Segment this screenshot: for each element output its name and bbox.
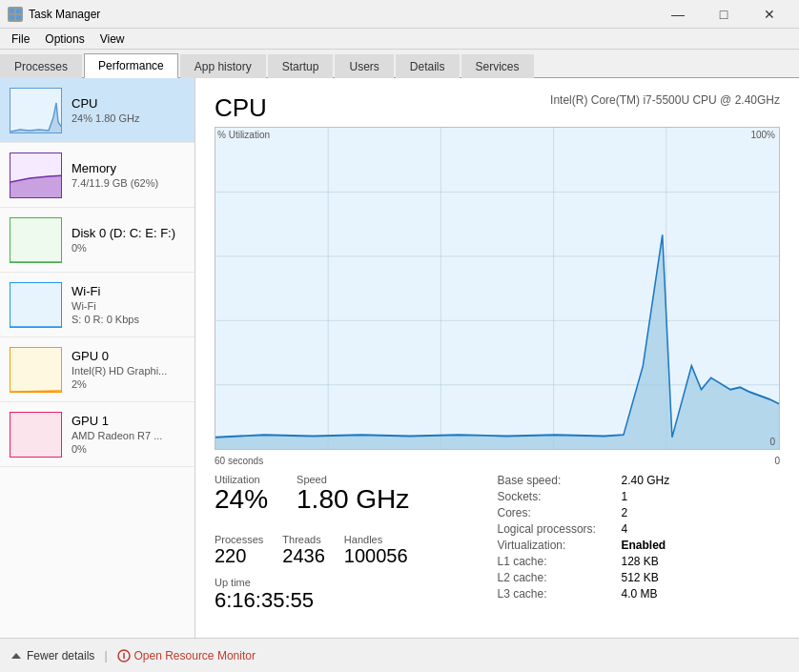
stats-left: Utilization 24% Speed 1.80 GHz Processes… [215,474,498,622]
tab-processes[interactable]: Processes [0,54,82,78]
l3-val: 4.0 MB [622,587,658,601]
content-area: CPU Intel(R) Core(TM) i7-5500U CPU @ 2.4… [195,78,799,638]
utilization-group: Utilization 24% [215,474,268,515]
cores-row: Cores: 2 [498,506,781,519]
minimize-button[interactable]: — [656,0,700,29]
svg-rect-0 [10,9,14,13]
tab-app-history[interactable]: App history [180,54,266,78]
processes-label: Processes [215,534,263,545]
cores-key: Cores: [498,506,622,519]
sidebar-item-gpu0[interactable]: GPU 0 Intel(R) HD Graphi... 2% [0,337,195,402]
memory-thumbnail [10,153,62,198]
gpu1-label: GPU 1 [72,414,185,428]
uptime-value: 6:16:35:55 [215,588,498,613]
tab-details[interactable]: Details [396,54,460,78]
wifi-thumbnail [10,282,62,328]
disk-label: Disk 0 (D: C: E: F:) [72,226,185,240]
sockets-val: 1 [622,490,628,503]
menu-bar: File Options View [0,29,799,50]
virt-key: Virtualization: [498,539,622,552]
wifi-detail1: Wi-Fi [72,300,185,312]
menu-options[interactable]: Options [37,31,92,48]
fewer-details-label: Fewer details [27,649,94,662]
svg-rect-8 [10,218,62,263]
utilization-speed-row: Utilization 24% Speed 1.80 GHz [215,474,498,524]
window-controls[interactable]: — □ ✕ [656,0,791,29]
window-title: Task Manager [29,8,100,21]
menu-file[interactable]: File [4,31,37,48]
gpu0-detail1: Intel(R) HD Graphi... [72,365,185,377]
tab-users[interactable]: Users [335,54,393,78]
sockets-key: Sockets: [498,490,622,503]
logical-key: Logical processors: [498,522,622,536]
tab-bar: Processes Performance App history Startu… [0,50,799,78]
title-bar: Task Manager — □ ✕ [0,0,799,29]
l3-row: L3 cache: 4.0 MB [498,587,781,601]
sidebar-item-wifi[interactable]: Wi-Fi Wi-Fi S: 0 R: 0 Kbps [0,273,195,337]
wifi-detail2: S: 0 R: 0 Kbps [72,314,185,325]
content-header: CPU Intel(R) Core(TM) i7-5500U CPU @ 2.4… [215,93,780,123]
sidebar-item-disk[interactable]: Disk 0 (D: C: E: F:) 0% [0,208,195,273]
open-resource-monitor-button[interactable]: Open Resource Monitor [117,649,256,662]
disk-sidebar-info: Disk 0 (D: C: E: F:) 0% [72,226,185,254]
svg-marker-22 [11,653,21,659]
l2-key: L2 cache: [498,571,622,584]
base-speed-key: Base speed: [498,474,622,487]
tab-services[interactable]: Services [461,54,534,78]
tab-performance[interactable]: Performance [84,53,178,78]
sidebar-item-gpu1[interactable]: GPU 1 AMD Radeon R7 ... 0% [0,402,195,467]
threads-value: 2436 [282,545,325,567]
app-icon [8,7,23,22]
processes-threads-handles-row: Processes 220 Threads 2436 Handles 10005… [215,534,498,567]
uptime-group: Up time 6:16:35:55 [215,577,498,613]
virt-row: Virtualization: Enabled [498,539,781,552]
disk-thumbnail [10,217,62,263]
cores-val: 2 [622,506,628,519]
chart-max-label: 100% [750,130,775,140]
info-table: Base speed: 2.40 GHz Sockets: 1 Cores: 2… [498,474,781,601]
stats-right: Base speed: 2.40 GHz Sockets: 1 Cores: 2… [498,474,781,622]
gpu0-thumb-graph [10,348,62,393]
l2-row: L2 cache: 512 KB [498,571,781,584]
tab-startup[interactable]: Startup [268,54,334,78]
disk-thumb-graph [10,218,62,263]
uptime-label: Up time [215,577,498,588]
sidebar-item-cpu[interactable]: CPU 24% 1.80 GHz [0,78,195,143]
bottom-bar: Fewer details | Open Resource Monitor [0,638,799,672]
svg-rect-12 [10,413,62,458]
close-button[interactable]: ✕ [748,0,791,29]
wifi-label: Wi-Fi [72,284,185,298]
sidebar-item-memory[interactable]: Memory 7.4/11.9 GB (62%) [0,143,195,208]
cpu-thumbnail [10,88,62,133]
sidebar: CPU 24% 1.80 GHz Memory 7.4/11.9 GB (62%… [0,78,195,638]
cpu-detail: 24% 1.80 GHz [72,112,185,124]
cpu-title: CPU [215,93,267,123]
maximize-button[interactable]: □ [702,0,746,29]
base-speed-val: 2.40 GHz [622,474,670,487]
handles-label: Handles [344,534,408,545]
memory-sidebar-info: Memory 7.4/11.9 GB (62%) [72,161,185,189]
memory-label: Memory [72,161,185,175]
gpu1-detail1: AMD Radeon R7 ... [72,430,185,441]
gpu0-detail2: 2% [72,378,185,390]
menu-view[interactable]: View [92,31,133,48]
speed-group: Speed 1.80 GHz [297,474,409,515]
gpu1-thumbnail [10,412,62,458]
chart-min-label: 0 [769,437,775,447]
svg-marker-9 [10,262,62,263]
mem-thumb-graph [10,153,62,198]
separator: | [104,649,107,662]
l2-val: 512 KB [622,571,659,584]
fewer-details-button[interactable]: Fewer details [10,649,94,662]
speed-value: 1.80 GHz [297,485,409,515]
chart-time-left: 60 seconds [215,456,263,466]
title-bar-left: Task Manager [8,7,100,22]
resource-monitor-icon [117,649,131,662]
cpu-chart: % Utilization 100% 0 [215,127,780,450]
svg-rect-11 [10,348,62,393]
gpu0-sidebar-info: GPU 0 Intel(R) HD Graphi... 2% [72,349,185,390]
svg-rect-3 [16,15,21,20]
threads-label: Threads [282,534,325,545]
chart-time-labels: 60 seconds 0 [215,456,780,466]
logical-row: Logical processors: 4 [498,522,781,536]
